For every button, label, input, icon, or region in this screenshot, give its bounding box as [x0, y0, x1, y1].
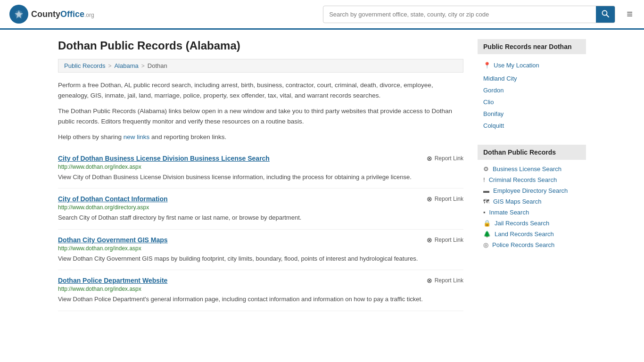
- result-title-3[interactable]: Dothan Police Department Website: [58, 277, 167, 284]
- records-icon-2: ▬: [483, 187, 489, 194]
- sidebar-records-links: ⚙ Business License Search ! Criminal Rec…: [478, 160, 586, 254]
- result-item: City of Dothan Business License Division…: [58, 148, 463, 189]
- records-link-anchor-1[interactable]: Criminal Records Search: [489, 176, 557, 183]
- result-url-1[interactable]: http://www.dothan.org/directory.aspx: [58, 204, 463, 211]
- records-icon-0: ⚙: [483, 165, 489, 173]
- result-title-2[interactable]: Dothan City Government GIS Maps: [58, 236, 168, 244]
- report-icon-2: ⊗: [427, 236, 432, 244]
- records-icon-5: 🔒: [483, 220, 491, 227]
- report-link-2[interactable]: ⊗ Report Link: [427, 236, 463, 244]
- records-link-2[interactable]: ▬ Employee Directory Search: [478, 185, 586, 196]
- use-location-link[interactable]: Use My Location: [494, 62, 539, 69]
- records-link-3[interactable]: 🗺 GIS Maps Search: [478, 196, 586, 207]
- menu-icon[interactable]: ≡: [625, 6, 635, 22]
- description-3: Help others by sharing new links and rep…: [58, 132, 463, 142]
- description-1: Perform a free Dothan, AL public record …: [58, 80, 463, 100]
- records-link-anchor-7[interactable]: Police Records Search: [492, 241, 554, 248]
- sidebar-nearby: Public Records near Dothan 📍 Use My Loca…: [478, 39, 586, 135]
- result-url-0[interactable]: http://www.dothan.org/index.aspx: [58, 164, 463, 170]
- report-label-0: Report Link: [435, 155, 463, 162]
- sidebar-nearby-title: Public Records near Dothan: [478, 39, 586, 54]
- nearby-link-4[interactable]: Colquitt: [478, 120, 586, 132]
- records-icon-4: ▪: [483, 209, 486, 216]
- result-title-0[interactable]: City of Dothan Business License Division…: [58, 155, 270, 162]
- report-icon-3: ⊗: [427, 277, 432, 284]
- records-link-5[interactable]: 🔒 Jail Records Search: [478, 218, 586, 229]
- nearby-link-anchor-3[interactable]: Bonifay: [483, 110, 504, 117]
- result-item: Dothan Police Department Website ⊗ Repor…: [58, 270, 463, 311]
- report-icon-0: ⊗: [427, 155, 432, 162]
- report-link-1[interactable]: ⊗ Report Link: [427, 195, 463, 203]
- report-label-3: Report Link: [435, 277, 463, 284]
- sidebar-nearby-links: 📍 Use My Location Midland CityGordonClio…: [478, 54, 586, 135]
- records-icon-7: ◎: [483, 241, 488, 248]
- report-link-0[interactable]: ⊗ Report Link: [427, 155, 463, 162]
- records-link-4[interactable]: ▪ Inmate Search: [478, 207, 586, 218]
- location-icon: 📍: [483, 62, 491, 69]
- page-title: Dothan Public Records (Alabama): [58, 39, 463, 52]
- records-link-anchor-5[interactable]: Jail Records Search: [495, 220, 549, 227]
- records-link-1[interactable]: ! Criminal Records Search: [478, 174, 586, 185]
- search-bar: [323, 6, 615, 23]
- nearby-link-3[interactable]: Bonifay: [478, 108, 586, 120]
- result-url-2[interactable]: http://www.dothan.org/index.aspx: [58, 245, 463, 252]
- sidebar: Public Records near Dothan 📍 Use My Loca…: [478, 39, 586, 311]
- result-title-1[interactable]: City of Dothan Contact Information: [58, 195, 168, 203]
- records-link-anchor-3[interactable]: GIS Maps Search: [493, 198, 542, 205]
- breadcrumb-alabama[interactable]: Alabama: [114, 62, 138, 69]
- report-label-2: Report Link: [435, 237, 463, 243]
- records-link-7[interactable]: ◎ Police Records Search: [478, 239, 586, 250]
- report-icon-1: ⊗: [427, 195, 432, 203]
- nearby-link-anchor-0[interactable]: Midland City: [483, 75, 517, 82]
- nearby-link-anchor-2[interactable]: Clio: [483, 99, 494, 106]
- nearby-link-anchor-4[interactable]: Colquitt: [483, 122, 504, 129]
- logo-icon: [9, 5, 28, 24]
- result-desc-2: View Dothan City Government GIS maps by …: [58, 254, 463, 263]
- result-item: City of Dothan Contact Information ⊗ Rep…: [58, 189, 463, 230]
- result-url-3[interactable]: http://www.dothan.org/index.aspx: [58, 286, 463, 292]
- svg-line-4: [607, 15, 609, 17]
- new-links[interactable]: new links: [124, 133, 150, 140]
- search-input[interactable]: [323, 7, 596, 22]
- records-link-anchor-2[interactable]: Employee Directory Search: [493, 187, 568, 194]
- records-link-anchor-6[interactable]: Land Records Search: [495, 230, 554, 238]
- sidebar-records-title: Dothan Public Records: [478, 145, 586, 160]
- records-link-anchor-4[interactable]: Inmate Search: [489, 209, 529, 216]
- result-desc-0: View City of Dothan Business License Div…: [58, 173, 463, 182]
- use-location[interactable]: 📍 Use My Location: [478, 58, 586, 73]
- nearby-link-1[interactable]: Gordon: [478, 84, 586, 96]
- records-icon-3: 🗺: [483, 198, 489, 205]
- nearby-link-0[interactable]: Midland City: [478, 73, 586, 84]
- records-link-anchor-0[interactable]: Business License Search: [493, 165, 561, 173]
- description-2: The Dothan Public Records (Alabama) link…: [58, 106, 463, 126]
- logo-text: CountyOffice.org: [31, 9, 94, 19]
- result-desc-3: View Dothan Police Department's general …: [58, 295, 463, 304]
- report-link-3[interactable]: ⊗ Report Link: [427, 277, 463, 284]
- nearby-link-2[interactable]: Clio: [478, 96, 586, 108]
- result-item: Dothan City Government GIS Maps ⊗ Report…: [58, 230, 463, 271]
- records-link-6[interactable]: 🌲 Land Records Search: [478, 229, 586, 239]
- breadcrumb-public-records[interactable]: Public Records: [64, 62, 105, 69]
- search-button[interactable]: [596, 6, 615, 23]
- breadcrumb-dothan: Dothan: [148, 62, 167, 69]
- records-icon-6: 🌲: [483, 230, 491, 238]
- records-icon-1: !: [483, 176, 485, 183]
- breadcrumb: Public Records > Alabama > Dothan: [58, 59, 463, 73]
- logo[interactable]: CountyOffice.org: [9, 5, 94, 24]
- sidebar-records: Dothan Public Records ⚙ Business License…: [478, 145, 586, 254]
- report-label-1: Report Link: [435, 196, 463, 202]
- result-desc-1: Search City of Dothan staff directory by…: [58, 213, 463, 222]
- results-list: City of Dothan Business License Division…: [58, 148, 463, 311]
- nearby-link-anchor-1[interactable]: Gordon: [483, 87, 504, 94]
- records-link-0[interactable]: ⚙ Business License Search: [478, 164, 586, 174]
